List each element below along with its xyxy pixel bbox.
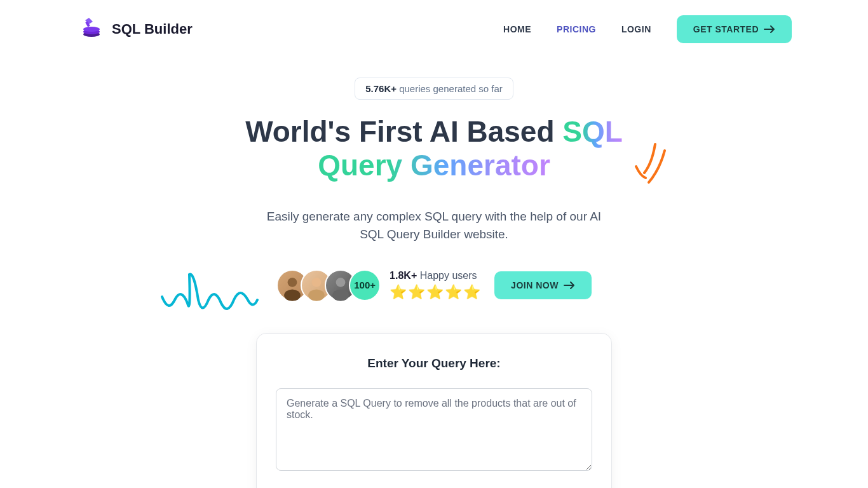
user-info: 1.8K+ Happy users ⭐ ⭐ ⭐ ⭐ ⭐ — [390, 270, 480, 301]
social-proof: 100+ 1.8K+ Happy users ⭐ ⭐ ⭐ ⭐ ⭐ JOIN NO… — [0, 269, 868, 301]
logo-section[interactable]: SQL Builder — [76, 15, 193, 43]
star-icon: ⭐ — [408, 284, 425, 301]
join-now-button[interactable]: JOIN NOW — [494, 271, 592, 299]
arrow-right-icon — [564, 281, 575, 290]
get-started-button[interactable]: GET STARTED — [677, 15, 792, 43]
logo-icon — [76, 15, 104, 43]
svg-point-6 — [312, 278, 322, 287]
decoration-orange — [633, 141, 677, 192]
main-content: 5.76K+ queries generated so far World's … — [0, 58, 868, 488]
svg-point-5 — [284, 289, 301, 301]
header: SQL Builder HOME PRICING LOGIN GET START… — [0, 0, 868, 58]
badge-count: 5.76K+ — [365, 83, 397, 94]
star-icon: ⭐ — [463, 284, 480, 301]
svg-point-7 — [308, 289, 325, 301]
get-started-label: GET STARTED — [693, 24, 759, 34]
query-input[interactable] — [276, 388, 592, 471]
join-label: JOIN NOW — [511, 280, 559, 290]
badge-text: queries generated so far — [397, 83, 503, 94]
title-plain: World's First AI Based — [245, 115, 562, 148]
svg-point-4 — [288, 278, 297, 287]
user-count-number: 1.8K+ — [390, 270, 417, 281]
logo-text: SQL Builder — [112, 21, 193, 37]
user-count: 1.8K+ Happy users — [390, 270, 480, 281]
hero-title: World's First AI Based SQL Query Generat… — [0, 115, 868, 182]
title-gradient-2: Query Generator — [318, 149, 550, 182]
star-icon: ⭐ — [426, 284, 444, 301]
queries-badge: 5.76K+ queries generated so far — [355, 78, 513, 100]
main-nav: HOME PRICING LOGIN GET STARTED — [503, 15, 792, 43]
arrow-right-icon — [764, 25, 775, 34]
nav-pricing[interactable]: PRICING — [557, 24, 596, 34]
avatar-count: 100+ — [349, 269, 381, 301]
nav-home[interactable]: HOME — [503, 24, 531, 34]
decoration-blue — [159, 268, 261, 325]
query-card: Enter Your Query Here: Click Here to Gen… — [256, 333, 612, 488]
svg-point-8 — [336, 278, 346, 287]
nav-login[interactable]: LOGIN — [621, 24, 651, 34]
hero-subtitle: Easily generate any complex SQL query wi… — [256, 208, 612, 244]
svg-point-9 — [332, 289, 349, 301]
star-rating: ⭐ ⭐ ⭐ ⭐ ⭐ — [390, 284, 480, 301]
star-icon: ⭐ — [390, 284, 407, 301]
user-count-text: Happy users — [417, 270, 477, 281]
svg-point-2 — [83, 27, 100, 32]
avatar-stack: 100+ — [276, 269, 381, 301]
star-icon: ⭐ — [445, 284, 462, 301]
title-gradient-1: SQL — [562, 115, 623, 148]
query-label: Enter Your Query Here: — [276, 356, 592, 370]
